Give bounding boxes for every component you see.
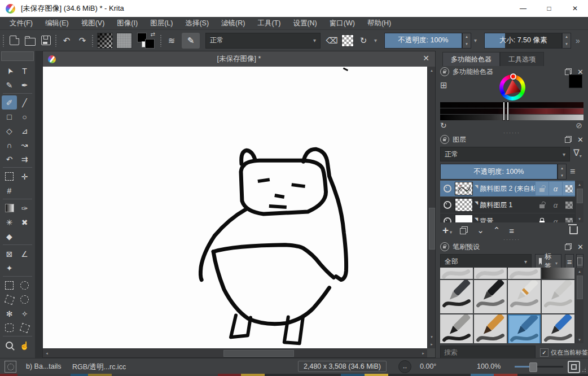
tool-ellipse-select[interactable] xyxy=(17,278,32,292)
shade-bar-3[interactable] xyxy=(440,115,583,120)
inherit-alpha-toggle[interactable] xyxy=(563,215,576,222)
menu-layer[interactable]: 图层(L) xyxy=(144,17,179,29)
close-button[interactable]: ✕ xyxy=(562,0,588,17)
zoom-fit-button[interactable] xyxy=(568,361,580,373)
spin-up-icon[interactable]: ▴ xyxy=(563,33,571,41)
maximize-button[interactable]: □ xyxy=(536,0,562,17)
tool-zoom[interactable] xyxy=(2,338,17,352)
brush-preset-paint-wet-bristle[interactable] xyxy=(440,314,473,343)
color-profile-label[interactable]: RGB/透明...rc.icc xyxy=(72,362,126,372)
layer-row[interactable]: ◥ 背景 α xyxy=(440,213,576,222)
tool-polyline[interactable]: ⊿ xyxy=(17,124,32,138)
scroll-right-icon[interactable]: ▸ xyxy=(428,340,436,348)
brush-preset-ink-gpen[interactable] xyxy=(440,280,473,313)
tab-advanced-color-selector[interactable]: 多功能拾色器 xyxy=(442,52,500,66)
float-docker-icon[interactable] xyxy=(565,136,572,143)
background-color-swatch[interactable] xyxy=(145,39,155,49)
tool-freehand-brush[interactable]: ✐ xyxy=(2,95,17,110)
minimize-button[interactable]: — xyxy=(510,0,536,17)
layer-row[interactable]: ◥ 颜料图层 1 α xyxy=(440,197,576,213)
spin-up-icon[interactable]: ▴ xyxy=(558,164,566,172)
color-triangle[interactable] xyxy=(504,80,521,95)
canvas[interactable] xyxy=(43,67,427,348)
tool-transform[interactable] xyxy=(2,169,17,183)
menu-settings[interactable]: 设置(N) xyxy=(287,17,323,29)
zoom-slider[interactable] xyxy=(515,366,563,368)
tool-assistants[interactable]: ⊠ xyxy=(2,247,17,261)
canvas-rotation-dial[interactable]: ↔ xyxy=(398,360,411,373)
eraser-mode-button[interactable]: ⌫ xyxy=(324,33,340,49)
move-layer-up-button[interactable]: ⌃ xyxy=(493,225,501,235)
inherit-alpha-toggle[interactable] xyxy=(563,198,576,212)
alpha-lock-toggle[interactable]: α xyxy=(549,182,562,195)
alpha-lock-toggle[interactable]: α xyxy=(549,198,562,212)
toolbar-drag-handle[interactable] xyxy=(55,34,58,47)
brush-settings-button[interactable]: ≋ xyxy=(164,33,179,49)
color-wheel[interactable] xyxy=(499,75,525,100)
menu-filter[interactable]: 滤镜(R) xyxy=(215,17,251,29)
docker-lock-icon[interactable] xyxy=(440,242,449,251)
tool-reference-images[interactable]: ✦ xyxy=(2,261,17,275)
brush-preset-basic-wet[interactable] xyxy=(542,268,574,279)
image-dimensions[interactable]: 2,480 x 3,508 (34.6 MiB) xyxy=(298,361,387,372)
undo-button[interactable]: ↶ xyxy=(59,33,74,49)
layer-properties-button[interactable]: ≡ xyxy=(509,226,515,235)
docker-lock-icon[interactable] xyxy=(440,135,449,144)
tool-move[interactable]: ✛ xyxy=(17,169,32,183)
pattern-swatch-button[interactable] xyxy=(116,33,132,49)
open-document-button[interactable] xyxy=(22,33,38,49)
scroll-thumb[interactable] xyxy=(577,276,583,299)
tool-bezier-select[interactable] xyxy=(2,321,17,335)
visibility-eye-icon[interactable] xyxy=(444,217,451,222)
tool-pan[interactable]: ☝ xyxy=(17,338,32,352)
tool-multibrush[interactable]: ⇉ xyxy=(17,152,32,166)
brush-preset-airbrush-linear[interactable] xyxy=(474,268,507,279)
tool-pattern-edit[interactable]: ✳ xyxy=(2,215,17,229)
scroll-up-icon[interactable]: ▴ xyxy=(428,67,436,74)
layer-thumbnail[interactable] xyxy=(455,215,473,222)
toolbar-overflow-button[interactable]: » xyxy=(576,36,580,45)
shade-bar-2[interactable] xyxy=(440,108,583,114)
layer-list-scrollbar[interactable]: ▴ ▾ xyxy=(575,181,583,222)
shade-bar-1[interactable] xyxy=(440,102,583,108)
layer-row[interactable]: ◥ 颜料图层 2 (来自粘贴) α xyxy=(440,181,576,197)
size-spinner[interactable]: ▴▾ xyxy=(562,33,571,49)
menu-file[interactable]: 文件(F) xyxy=(3,17,39,29)
scroll-right-icon[interactable]: ▸ xyxy=(419,349,427,357)
brush-filter-dropdown[interactable]: 全部 ▾ xyxy=(440,254,532,269)
brush-editor-button[interactable]: ✎ xyxy=(182,33,200,49)
menu-tools[interactable]: 工具(T) xyxy=(251,17,287,29)
tool-rectangle[interactable]: □ xyxy=(2,110,17,124)
tool-dynamic-brush[interactable]: ↶ xyxy=(2,152,17,166)
layer-lock-toggle[interactable] xyxy=(536,198,548,212)
window-resize-grip[interactable] xyxy=(580,366,587,373)
close-docker-icon[interactable]: ✕ xyxy=(577,135,583,144)
tool-freehand-path[interactable]: ↝ xyxy=(17,138,32,152)
layer-name[interactable]: 颜料图层 2 (来自粘贴) xyxy=(480,184,535,194)
picker-settings-icon[interactable]: ⊞ xyxy=(440,80,447,90)
scroll-up-icon[interactable]: ▴ xyxy=(576,181,583,188)
brush-size-slider[interactable]: 大小: 7.50 像素 xyxy=(484,33,562,49)
layer-blending-mode-dropdown[interactable]: 正常 ▾ xyxy=(440,147,570,161)
spin-down-icon[interactable]: ▾ xyxy=(463,41,471,48)
tool-ellipse[interactable]: ○ xyxy=(17,110,32,124)
brush-preset-pencil-blue[interactable] xyxy=(542,314,574,343)
tool-smart-patch[interactable]: ✖ xyxy=(17,215,32,229)
tool-measure[interactable]: ∠ xyxy=(17,247,32,261)
tool-color-sampler[interactable]: ✑ xyxy=(17,201,32,215)
menu-help[interactable]: 帮助(H) xyxy=(361,17,397,29)
toolbar-drag-handle[interactable] xyxy=(160,34,163,47)
refresh-icon[interactable]: ↻ xyxy=(440,121,447,130)
tool-text[interactable]: T xyxy=(17,64,32,78)
spin-down-icon[interactable]: ▾ xyxy=(558,172,566,179)
brush-preset-marker-chisel[interactable] xyxy=(508,280,541,313)
float-docker-icon[interactable] xyxy=(565,243,572,250)
duplicate-layer-button[interactable] xyxy=(460,226,468,234)
tool-bezier-curve[interactable]: ∩ xyxy=(2,138,17,152)
tool-polygon-select[interactable] xyxy=(2,292,17,307)
layer-name[interactable]: 颜料图层 1 xyxy=(480,200,535,210)
zoom-percent-value[interactable]: 100.0% xyxy=(477,362,501,370)
brush-preset-watercolor-round[interactable] xyxy=(508,314,541,343)
close-docker-icon[interactable]: ✕ xyxy=(577,243,583,251)
tag-button[interactable]: 标签 ▾ xyxy=(535,254,561,269)
